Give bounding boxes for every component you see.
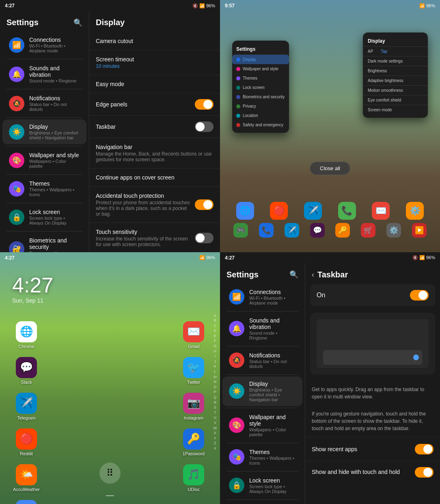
bottom-app-3[interactable]: ✈️ xyxy=(285,223,299,238)
alpha-u[interactable]: U xyxy=(214,415,217,420)
settings-search-icon[interactable]: 🔍 xyxy=(73,18,82,27)
alpha-c[interactable]: C xyxy=(214,323,217,329)
show-recent-toggle[interactable] xyxy=(415,444,434,454)
mini-display-ap[interactable]: AP Tap xyxy=(363,47,428,56)
mini-display-motion[interactable]: Motion smoothness xyxy=(363,86,428,95)
alpha-j[interactable]: J xyxy=(214,359,216,364)
mini-settings-display[interactable]: Display xyxy=(232,55,289,64)
app-instagram[interactable]: 📷 Instagram xyxy=(175,393,212,420)
dock-reddit[interactable]: 🔴 xyxy=(270,202,288,220)
dock-telegram[interactable]: ✈️ xyxy=(304,202,322,220)
alpha-r[interactable]: R xyxy=(214,400,217,405)
sidebar-item-display[interactable]: ☀️ Display Brightness • Eye comfort shie… xyxy=(2,119,86,144)
accidental-touch-toggle[interactable] xyxy=(195,199,214,210)
bottom-app-4[interactable]: 💬 xyxy=(310,223,325,238)
alpha-g[interactable]: G xyxy=(214,344,216,349)
display-nav-bar[interactable]: Navigation bar Manage the Home, Back, an… xyxy=(89,138,220,169)
mini-settings-lockscreen[interactable]: Lock screen xyxy=(232,83,289,92)
alpha-x[interactable]: X xyxy=(214,430,216,436)
alpha-y[interactable]: Y xyxy=(214,436,216,441)
br-sidebar-lockscreen[interactable]: 🔒 Lock screen Screen lock type • Always … xyxy=(222,473,302,498)
bottom-app-6[interactable]: 🛒 xyxy=(361,223,375,238)
mini-display-adaptive[interactable]: Adaptive brightness xyxy=(363,76,428,86)
sidebar-item-sounds[interactable]: 🔔 Sounds and vibration Sound mode • Ring… xyxy=(2,61,86,87)
show-hide-toggle[interactable] xyxy=(415,467,434,478)
alpha-z[interactable]: Z xyxy=(214,441,216,446)
sidebar-item-lockscreen[interactable]: 🔒 Lock screen Screen lock type • Always … xyxy=(2,205,86,229)
taskbar-main-toggle-row[interactable]: On xyxy=(310,284,435,306)
alpha-q[interactable]: Q xyxy=(214,395,216,400)
dock-gmail[interactable]: ✉️ xyxy=(372,202,390,220)
mini-settings-biometrics[interactable]: Biometrics and security xyxy=(232,92,289,102)
taskbar-back-button[interactable]: ‹ xyxy=(312,270,314,279)
alpha-n[interactable]: N xyxy=(214,379,217,385)
alpha-w[interactable]: W xyxy=(214,426,217,431)
mini-display-screen-mode[interactable]: Screen mode xyxy=(363,105,428,115)
bottom-app-8[interactable]: ▶️ xyxy=(412,223,427,238)
display-easy-mode[interactable]: Easy mode xyxy=(89,75,220,93)
display-touch-sensitivity[interactable]: Touch sensitivity Increase the touch sen… xyxy=(89,223,220,252)
alpha-d[interactable]: D xyxy=(214,328,217,333)
alpha-l[interactable]: L xyxy=(214,369,216,374)
br-sidebar-themes[interactable]: 🎭 Themes Themes • Wallpapers • Icons xyxy=(222,445,302,469)
display-screen-timeout[interactable]: Screen timeout 10 minutes xyxy=(89,50,220,75)
alpha-o[interactable]: O xyxy=(214,385,216,390)
alphabet-bar[interactable]: A B C D E F G H I J K L M N O P Q R S T … xyxy=(214,313,217,451)
app-twitter[interactable]: 🐦 Twitter xyxy=(175,357,212,385)
alpha-s[interactable]: S xyxy=(214,405,216,410)
dock-chrome[interactable]: 🌐 xyxy=(236,202,254,220)
br-sidebar-sounds[interactable]: 🔔 Sounds and vibration Sound mode • Ring… xyxy=(222,313,302,344)
sidebar-item-themes[interactable]: 🎭 Themes Themes • Wallpapers • Icons xyxy=(2,176,86,201)
mini-settings-wallpaper[interactable]: Wallpaper and style xyxy=(232,64,289,74)
alpha-k[interactable]: K xyxy=(214,364,216,369)
taskbar-main-toggle[interactable] xyxy=(410,290,429,301)
app-chrome[interactable]: 🌐 Chrome xyxy=(8,321,45,349)
br-sidebar-wallpaper[interactable]: 🎨 Wallpaper and style Wallpapers • Color… xyxy=(222,410,302,441)
bottom-app-2[interactable]: 📞 xyxy=(259,223,274,238)
sidebar-item-notifications[interactable]: 🔕 Notifications Status bar • Do not dist… xyxy=(2,91,86,116)
app-gmail[interactable]: ✉️ Gmail xyxy=(175,321,212,349)
alpha-f[interactable]: F xyxy=(214,338,216,344)
dock-phone[interactable]: 📞 xyxy=(338,202,356,220)
alpha-h[interactable]: H xyxy=(214,349,217,354)
display-camera-cutout[interactable]: Camera cutout xyxy=(89,32,220,50)
sidebar-item-connections[interactable]: 📶 Connections Wi-Fi • Bluetooth • Airpla… xyxy=(2,32,86,57)
bottom-app-1[interactable]: 🎮 xyxy=(233,223,248,238)
close-all-button[interactable]: Close all xyxy=(310,162,350,175)
app-reddit[interactable]: 🔴 Reddit xyxy=(8,428,45,456)
taskbar-show-hide-row[interactable]: Show and hide with touch and hold xyxy=(305,461,440,483)
app-1password[interactable]: 🔑 1Password xyxy=(175,428,212,456)
alpha-v[interactable]: V xyxy=(214,420,216,426)
sidebar-item-wallpaper[interactable]: 🎨 Wallpaper and style Wallpapers • Color… xyxy=(2,148,86,173)
alpha-t[interactable]: T xyxy=(214,410,216,415)
touch-sensitivity-toggle[interactable] xyxy=(195,233,214,243)
display-taskbar[interactable]: Taskbar xyxy=(89,116,220,138)
alpha-e[interactable]: E xyxy=(214,333,216,339)
taskbar-show-recent-row[interactable]: Show recent apps xyxy=(305,437,440,461)
mini-settings-safety[interactable]: Safety and emergency xyxy=(232,120,289,130)
mini-display-brightness[interactable]: Brightness xyxy=(363,66,428,76)
alpha-hash[interactable]: # xyxy=(214,446,216,451)
br-sidebar-connections[interactable]: 📶 Connections Wi-Fi • Bluetooth • Airpla… xyxy=(222,285,302,309)
home-nav-icon[interactable]: ⠿ xyxy=(99,463,121,484)
display-edge-panels[interactable]: Edge panels xyxy=(89,93,220,116)
app-voice[interactable]: 📞 Voice xyxy=(8,500,45,504)
br-sidebar-display[interactable]: ☀️ Display Brightness • Eye comfort shie… xyxy=(222,376,302,406)
alpha-p[interactable]: P xyxy=(214,389,216,395)
alpha-m[interactable]: M xyxy=(214,374,217,380)
sidebar-item-biometrics[interactable]: 🔐 Biometrics and security Face recogniti… xyxy=(2,233,86,252)
dock-settings[interactable]: ⚙️ xyxy=(406,202,424,220)
br-sidebar-biometrics[interactable]: 🔐 Biometrics and security Face recogniti… xyxy=(222,502,302,504)
bottom-app-5[interactable]: 🔑 xyxy=(335,223,350,238)
app-slack[interactable]: 💬 Slack xyxy=(8,357,45,385)
taskbar-toggle[interactable] xyxy=(195,121,214,132)
mini-settings-privacy[interactable]: Privacy xyxy=(232,102,289,111)
display-continue-apps[interactable]: Continue apps on cover screen xyxy=(89,169,220,187)
alpha-i[interactable]: I xyxy=(214,354,216,359)
alpha-b[interactable]: B xyxy=(214,318,216,323)
mini-display-dark-mode[interactable]: Dark mode settings xyxy=(363,56,428,66)
br-search-icon[interactable]: 🔍 xyxy=(289,270,298,279)
br-sidebar-notifications[interactable]: 🔕 Notifications Status bar • Do not dist… xyxy=(222,348,302,373)
app-telegram[interactable]: ✈️ Telegram xyxy=(8,393,45,420)
alpha-a[interactable]: A xyxy=(214,313,216,318)
